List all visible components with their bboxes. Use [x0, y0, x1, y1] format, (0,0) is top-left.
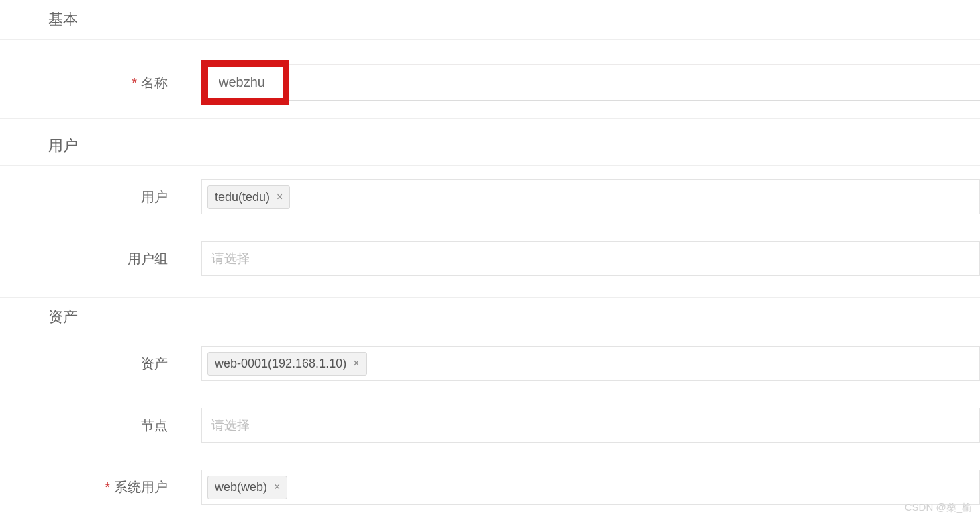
systemuser-select[interactable]: web(web) ×	[201, 470, 980, 505]
node-placeholder: 请选择	[207, 417, 250, 434]
name-highlight-box: webzhu	[201, 60, 289, 105]
section-asset: 资产 资产 web-0001(192.168.1.10) × 节点 请选择	[0, 297, 980, 518]
row-node: 节点 请选择	[0, 394, 980, 456]
field-user: tedu(tedu) ×	[201, 179, 980, 214]
close-icon[interactable]: ×	[274, 482, 280, 492]
node-select[interactable]: 请选择	[201, 408, 980, 443]
field-node: 请选择	[201, 408, 980, 443]
field-systemuser: web(web) ×	[201, 470, 980, 505]
systemuser-tag-label: web(web)	[215, 480, 267, 494]
section-asset-heading: 资产	[0, 298, 980, 333]
label-systemuser: *系统用户	[0, 477, 201, 497]
section-basic: 基本 *名称 webzhu	[0, 0, 980, 119]
row-asset: 资产 web-0001(192.168.1.10) ×	[0, 333, 980, 394]
user-select[interactable]: tedu(tedu) ×	[201, 179, 980, 214]
asset-select[interactable]: web-0001(192.168.1.10) ×	[201, 346, 980, 381]
field-asset: web-0001(192.168.1.10) ×	[201, 346, 980, 381]
field-usergroup: 请选择	[201, 241, 980, 276]
name-underline	[201, 64, 980, 101]
label-name-text: 名称	[141, 75, 168, 90]
label-systemuser-text: 系统用户	[114, 480, 168, 494]
required-asterisk: *	[132, 75, 137, 90]
required-asterisk: *	[105, 480, 110, 494]
asset-tag: web-0001(192.168.1.10) ×	[207, 352, 367, 376]
label-name: *名称	[0, 73, 201, 93]
name-input[interactable]: webzhu	[219, 75, 265, 89]
row-usergroup: 用户组 请选择	[0, 228, 980, 290]
section-user: 用户 用户 tedu(tedu) × 用户组 请选择	[0, 126, 980, 290]
section-user-heading: 用户	[0, 126, 980, 166]
asset-tag-label: web-0001(192.168.1.10)	[215, 357, 346, 371]
systemuser-tag: web(web) ×	[207, 476, 287, 499]
row-name: *名称 webzhu	[0, 46, 980, 119]
section-basic-heading: 基本	[0, 0, 980, 40]
row-systemuser: *系统用户 web(web) ×	[0, 456, 980, 518]
permission-form: 基本 *名称 webzhu 用户 用户 tedu(tedu) ×	[0, 0, 980, 518]
field-name: webzhu	[201, 60, 980, 105]
row-user: 用户 tedu(tedu) ×	[0, 166, 980, 228]
label-asset: 资产	[0, 353, 201, 374]
close-icon[interactable]: ×	[353, 358, 359, 369]
usergroup-select[interactable]: 请选择	[201, 241, 980, 276]
usergroup-placeholder: 请选择	[207, 250, 250, 267]
watermark: CSDN @桑_榆	[905, 501, 972, 514]
label-usergroup: 用户组	[0, 249, 201, 269]
label-user: 用户	[0, 187, 201, 207]
user-tag: tedu(tedu) ×	[207, 185, 290, 209]
label-node: 节点	[0, 415, 201, 435]
user-tag-label: tedu(tedu)	[215, 190, 270, 204]
close-icon[interactable]: ×	[277, 191, 283, 202]
